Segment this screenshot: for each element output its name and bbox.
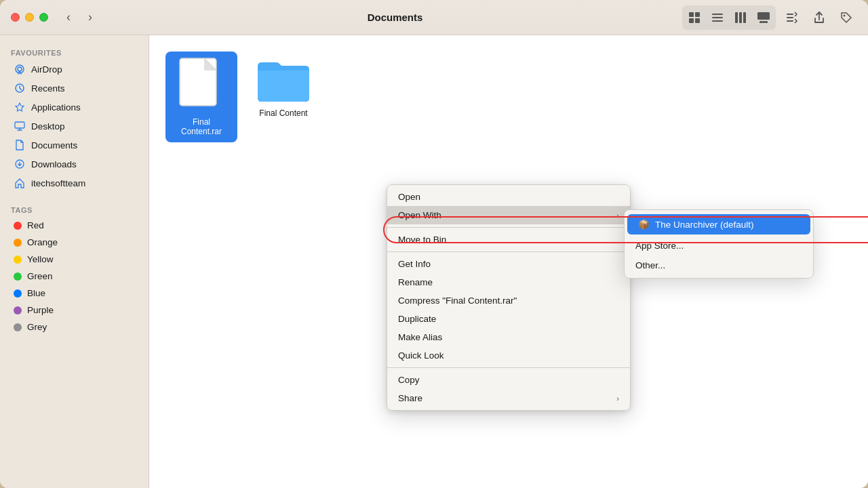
green-tag-dot [14,272,22,281]
forward-button[interactable]: › [81,8,100,27]
downloads-icon [14,158,26,170]
green-tag-label: Green [27,271,53,281]
finder-window: ‹ › Documents [0,0,868,488]
sidebar-item-applications[interactable]: Applications [3,98,146,117]
favourites-header: Favourites [0,43,149,60]
svg-rect-8 [739,12,742,23]
menu-item-open[interactable]: Open [387,188,630,206]
window-title: Documents [108,12,682,23]
menu-item-rename[interactable]: Rename [387,273,630,291]
sidebar-item-airdrop[interactable]: AirDrop [3,60,146,79]
purple-tag-dot [14,306,22,314]
tag-btn[interactable] [835,7,857,28]
get-info-label: Get Info [398,259,431,269]
menu-item-share[interactable]: Share › [387,389,630,407]
sidebar-item-itechsoftteam[interactable]: itechsoftteam [3,174,146,192]
grey-tag-label: Grey [27,322,47,332]
menu-item-make-alias[interactable]: Make Alias [387,328,630,346]
titlebar: ‹ › Documents [0,0,868,35]
menu-item-move-to-bin[interactable]: Move to Bin [387,230,630,249]
rename-label: Rename [398,277,433,287]
sidebar-item-orange[interactable]: Orange [3,234,146,251]
close-button[interactable] [11,13,20,22]
folder-icon [256,57,311,104]
documents-icon [14,139,26,151]
file-item-rar[interactable]: Final Content.rar [165,52,237,142]
copy-label: Copy [398,375,420,385]
sidebar-item-purple[interactable]: Purple [3,302,146,319]
menu-item-quick-look[interactable]: Quick Look [387,346,630,365]
separator-2 [387,251,630,252]
svg-rect-9 [743,12,746,23]
sidebar-item-grey[interactable]: Grey [3,319,146,336]
svg-point-19 [18,67,22,71]
svg-rect-13 [765,21,768,23]
sidebar-item-green[interactable]: Green [3,268,146,285]
recents-icon [14,82,26,94]
submenu: 📦 The Unarchiver (default) App Store... … [624,209,814,279]
svg-rect-21 [15,122,24,128]
applications-icon [14,101,26,113]
toolbar-right [682,5,857,30]
main-content: Favourites AirDrop [0,35,868,488]
sidebar-item-red[interactable]: Red [3,217,146,234]
sidebar-item-documents[interactable]: Documents [3,136,146,155]
svg-rect-6 [712,20,723,22]
blue-tag-dot [14,289,22,298]
separator-1 [387,227,630,228]
group-by-btn[interactable] [781,7,803,28]
svg-rect-14 [787,14,793,15]
sidebar-item-desktop[interactable]: Desktop [3,117,146,136]
gallery-view-btn[interactable] [753,7,774,28]
maximize-button[interactable] [39,13,48,22]
sidebar-item-yellow[interactable]: Yellow [3,251,146,268]
sidebar-item-recents[interactable]: Recents [3,79,146,98]
view-group [682,5,776,30]
sidebar: Favourites AirDrop [0,35,149,488]
quick-look-label: Quick Look [398,350,444,361]
svg-rect-0 [689,12,694,17]
submenu-item-app-store[interactable]: App Store... [625,236,813,256]
back-button[interactable]: ‹ [59,8,78,27]
menu-item-open-with[interactable]: Open With › [387,206,630,224]
icon-view-btn[interactable] [684,7,705,28]
airdrop-label: AirDrop [31,64,62,75]
menu-item-duplicate[interactable]: Duplicate [387,310,630,328]
traffic-lights [11,13,48,22]
sidebar-item-downloads[interactable]: Downloads [3,155,146,174]
menu-item-compress[interactable]: Compress "Final Content.rar" [387,291,630,310]
orange-tag-label: Orange [27,237,58,247]
itechsoftteam-label: itechsoftteam [31,178,85,188]
share-arrow: › [616,394,619,403]
yellow-tag-label: Yellow [27,254,54,264]
menu-item-get-info[interactable]: Get Info [387,255,630,273]
applications-label: Applications [31,102,81,113]
sidebar-item-blue[interactable]: Blue [3,285,146,302]
list-view-btn[interactable] [707,7,728,28]
svg-rect-12 [762,21,765,23]
desktop-label: Desktop [31,121,65,131]
file-item-folder[interactable]: Final Content [251,52,316,142]
submenu-item-unarchiver[interactable]: 📦 The Unarchiver (default) [627,214,810,235]
column-view-btn[interactable] [730,7,751,28]
duplicate-label: Duplicate [398,314,436,324]
submenu-item-other[interactable]: Other... [625,256,813,275]
svg-rect-10 [757,12,770,20]
svg-rect-1 [695,12,700,17]
minimize-button[interactable] [25,13,34,22]
svg-rect-4 [712,14,723,15]
red-tag-dot [14,222,22,230]
svg-rect-2 [689,18,694,23]
airdrop-icon [14,63,26,75]
file-grid: Final Content.rar Final Content [165,52,852,142]
recents-label: Recents [31,83,65,94]
compress-label: Compress "Final Content.rar" [398,296,517,306]
svg-rect-16 [787,20,793,22]
downloads-label: Downloads [31,159,77,169]
menu-item-copy[interactable]: Copy [387,371,630,389]
share-btn[interactable] [808,7,830,28]
rar-file-icon [177,57,226,113]
svg-rect-7 [735,12,738,23]
unarchiver-icon: 📦 [638,219,650,230]
yellow-tag-dot [14,256,22,264]
